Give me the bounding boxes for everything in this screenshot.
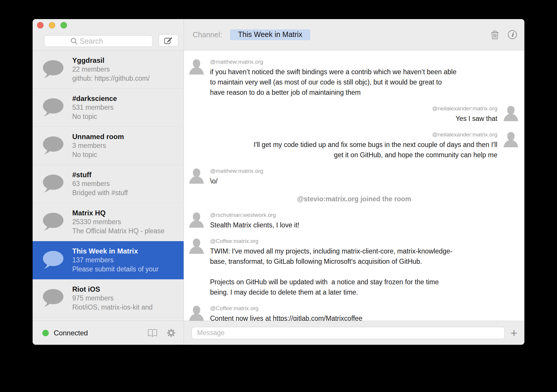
connection-status-label: Connected [54, 329, 88, 337]
room-list-item[interactable]: #darkscience531 membersNo topic [33, 89, 184, 127]
room-name: Matrix HQ [72, 208, 165, 217]
message-content: @neilalexander:matrix.orgYes I saw that [432, 105, 497, 124]
connection-status-icon [42, 330, 49, 336]
room-topic: No topic [72, 112, 117, 121]
message-content: @Coffee:matrix.orgContent now lives at h… [210, 305, 363, 321]
message-line: TWIM: I've moved all my projects, includ… [210, 246, 452, 256]
message-sender: @neilalexander:matrix.org [254, 131, 497, 138]
message-line: being. I may decide to delete them at a … [210, 287, 452, 298]
room-member-count: 975 members [72, 294, 153, 303]
room-avatar-bubble-icon [42, 98, 64, 117]
message-content: @matthew:matrix.org\o/ [210, 168, 263, 186]
chat-header: Channel: This Week in Matrix i [184, 19, 524, 50]
chat-message: @matthew:matrix.org\o/ [184, 168, 524, 186]
room-topic: The Official Matrix HQ - please [72, 227, 165, 236]
close-window-button[interactable] [37, 22, 43, 28]
zoom-window-button[interactable] [61, 22, 67, 28]
svg-text:i: i [511, 31, 514, 38]
delete-room-button[interactable] [491, 30, 499, 39]
message-line: Yes I saw that [432, 114, 497, 124]
message-line: \o/ [210, 176, 263, 186]
chat-message: @Coffee:matrix.orgTWIM: I've moved all m… [184, 238, 524, 298]
room-text: Yggdrasil22 membersgithub: https://githu… [72, 56, 150, 83]
chat-message: @Coffee:matrix.orgContent now lives at h… [184, 305, 524, 321]
message-line: if you haven’t noticed the swift binding… [210, 67, 457, 77]
room-name: #darkscience [72, 94, 117, 103]
gear-icon [166, 328, 176, 338]
room-avatar-bubble-icon [42, 136, 64, 156]
room-name: Riot iOS [72, 285, 153, 294]
sidebar-header [33, 19, 184, 50]
room-text: #stuff63 membersBridged with #stuff [72, 170, 128, 197]
room-avatar-bubble-icon [42, 289, 64, 308]
chat-message: @matthew:matrix.orgif you haven’t notice… [184, 59, 524, 98]
room-info-button[interactable]: i [508, 30, 517, 39]
attach-plus-button[interactable]: + [511, 327, 517, 339]
message-content: @rschulman:westwork.orgStealth Matrix cl… [210, 212, 299, 230]
room-avatar-bubble-icon [42, 60, 64, 79]
directory-button[interactable] [147, 329, 157, 337]
room-list-item[interactable]: This Week in Matrix137 membersPlease sub… [33, 241, 184, 279]
message-content: @matthew:matrix.orgif you haven’t notice… [210, 59, 457, 98]
room-text: This Week in Matrix137 membersPlease sub… [72, 246, 159, 274]
message-sender: @neilalexander:matrix.org [432, 105, 497, 112]
user-avatar-icon [189, 212, 204, 229]
channel-label: Channel: [193, 31, 222, 39]
minimize-window-button[interactable] [49, 22, 55, 28]
room-topic: Please submit details of your [72, 265, 159, 274]
message-line: Content now lives at https://gitlab.com/… [210, 313, 363, 321]
compose-icon [164, 36, 173, 45]
book-icon [147, 329, 157, 337]
user-avatar-icon [503, 131, 519, 148]
room-member-count: 3 members [72, 141, 124, 150]
trash-icon [491, 30, 499, 39]
search-icon [70, 37, 78, 45]
message-sender: @matthew:matrix.org [210, 59, 457, 65]
room-name: #stuff [72, 170, 128, 179]
room-topic: Bridged with #stuff [72, 188, 128, 197]
chat-message: @neilalexander:matrix.orgYes I saw that [184, 105, 524, 124]
message-input[interactable] [192, 327, 505, 339]
room-list-item[interactable]: Matrix HQ25330 membersThe Official Matri… [33, 203, 184, 241]
room-text: Unnamed room3 membersNo topic [72, 132, 124, 159]
message-line: have reason to do a better job of mainta… [210, 87, 457, 98]
system-message: @stevio:matrix.org joined the room [184, 194, 524, 204]
room-list-item[interactable]: Riot iOS975 membersRiot/iOS, matrix-ios-… [33, 279, 184, 317]
room-member-count: 531 members [72, 103, 117, 112]
room-text: Riot iOS975 membersRiot/iOS, matrix-ios-… [72, 285, 153, 312]
user-avatar-icon [503, 105, 519, 122]
room-name: This Week in Matrix [72, 246, 159, 256]
room-text: #darkscience531 membersNo topic [72, 94, 117, 121]
message-line: get it on GitHub, and hope the community… [254, 150, 497, 160]
room-topic: Riot/iOS, matrix-ios-kit and [72, 303, 153, 312]
message-sender: @Coffee:matrix.org [210, 238, 452, 244]
room-member-count: 63 members [72, 179, 128, 188]
room-member-count: 22 members [72, 65, 150, 74]
room-list-item[interactable]: #stuff63 membersBridged with #stuff [33, 165, 184, 203]
chat-message: @rschulman:westwork.orgStealth Matrix cl… [184, 212, 524, 230]
settings-button[interactable] [166, 328, 176, 338]
message-sender: @matthew:matrix.org [210, 168, 263, 174]
message-line: Projects on GitHub will be updated with … [210, 277, 452, 287]
user-avatar-icon [189, 59, 204, 76]
compose-button[interactable] [159, 34, 178, 47]
room-avatar-bubble-icon [42, 174, 64, 194]
info-icon: i [508, 30, 517, 39]
composer: + [184, 321, 524, 345]
room-name: Unnamed room [72, 132, 124, 141]
chat-message: @neilalexander:matrix.orgI'll get my cod… [184, 131, 524, 160]
sidebar-footer: Connected [33, 321, 184, 345]
message-sender: @rschulman:westwork.org [210, 212, 299, 218]
room-list-item[interactable]: Unnamed room3 membersNo topic [33, 127, 184, 165]
room-name: Yggdrasil [72, 56, 150, 65]
room-list-item[interactable]: Yggdrasil22 membersgithub: https://githu… [33, 50, 184, 89]
search-input[interactable] [80, 37, 127, 45]
message-line [210, 267, 452, 277]
search-input-container[interactable] [44, 35, 153, 47]
user-avatar-icon [189, 305, 204, 321]
room-list: Yggdrasil22 membersgithub: https://githu… [33, 50, 184, 321]
room-topic: github: https://github.com/ [72, 74, 150, 83]
channel-name-token[interactable]: This Week in Matrix [230, 29, 310, 40]
message-line: I'll get my code tidied up and fix some … [254, 140, 497, 150]
window-controls [37, 22, 67, 28]
